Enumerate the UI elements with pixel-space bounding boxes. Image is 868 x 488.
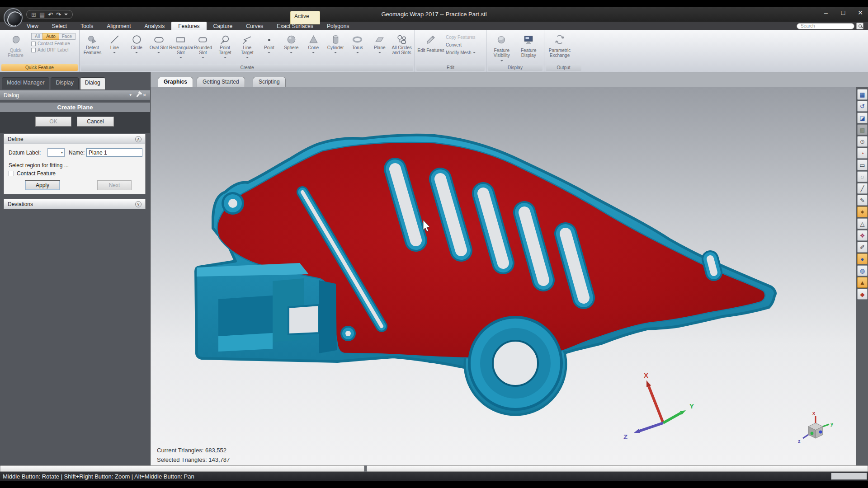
resize-grip[interactable] [831, 473, 867, 480]
toolbar-button-select-line[interactable]: ╱ [857, 183, 868, 194]
toolbar-button-select-backfaces[interactable]: ● [857, 253, 868, 264]
ribbon-button-detect-features[interactable]: Detect Features [81, 31, 104, 64]
search-icon [859, 24, 862, 28]
ribbon-tab-curves[interactable]: Curves [239, 22, 270, 30]
ribbon-button-line-target[interactable]: Line Target [236, 31, 258, 64]
ribbon-button-line[interactable]: Line [104, 31, 126, 64]
ribbon-button-copy-features[interactable]: Copy Features [446, 35, 476, 40]
panel-tab-dialog[interactable]: Dialog [80, 77, 105, 89]
viewport-3d[interactable]: X Y Z [151, 87, 868, 465]
toolbar-button-select-visible-only[interactable]: ◍ [857, 265, 868, 276]
ribbon-tab-features[interactable]: Features [171, 22, 206, 30]
mode-auto[interactable]: Auto [42, 33, 59, 40]
toolbar-button-view-color-wheel[interactable]: ◔ [857, 148, 868, 159]
ribbon-tab-view[interactable]: View [20, 22, 45, 30]
deviations-section: Deviations ∨ [4, 199, 146, 209]
ribbon-tab-select[interactable]: Select [45, 22, 74, 30]
mode-face[interactable]: Face [59, 33, 75, 39]
dropdown-caret-icon [246, 57, 249, 60]
scrollbar-left[interactable] [0, 465, 364, 472]
contact-feature-checkbox[interactable]: Contact Feature [31, 41, 75, 46]
maximize-icon[interactable]: □ [838, 9, 848, 16]
output-button-list: Parametric Exchange [544, 30, 583, 64]
apply-button[interactable]: Apply [25, 180, 60, 190]
ribbon-button-oval-slot[interactable]: Oval Slot [148, 31, 170, 64]
panel-tab-display[interactable]: Display [51, 77, 78, 89]
tab-graphics[interactable]: Graphics [158, 77, 193, 87]
toolbar-button-view-texture[interactable]: ▩ [857, 124, 868, 135]
svg-text:y: y [830, 421, 834, 427]
ribbon-button-point[interactable]: Point [258, 31, 280, 64]
ribbon-button-feature-visibility[interactable]: Feature Visibility [488, 31, 515, 64]
point-target-icon [219, 33, 231, 46]
ribbon-button-parametric-exchange[interactable]: Parametric Exchange [546, 31, 573, 64]
ribbon-button-feature-display[interactable]: Feature Display [515, 31, 542, 64]
collapse-icon[interactable]: ∧ [135, 136, 142, 142]
panel-close-icon[interactable]: ✕ [143, 93, 146, 98]
close-icon[interactable]: ✕ [855, 9, 865, 16]
toolbar-button-select-paintbrush[interactable]: ✎ [857, 195, 868, 206]
ribbon-button-convert[interactable]: Convert [446, 42, 476, 47]
toolbar-button-select-rectangle[interactable]: ▭ [857, 160, 868, 170]
name-input[interactable] [86, 148, 142, 157]
search-button[interactable] [856, 23, 863, 29]
ribbon-button-point-target[interactable]: Point Target [214, 31, 236, 64]
tab-getting-started[interactable]: Getting Started [197, 77, 245, 87]
toolbar-button-zoom-window[interactable]: ⊙ [857, 136, 868, 147]
toolbar-button-view-rotate[interactable]: ↺ [857, 101, 868, 112]
ribbon-button-modify-mesh[interactable]: Modify Mesh [446, 50, 476, 55]
toolbar-button-select-ellipse[interactable]: ◌ [857, 171, 868, 182]
mode-all[interactable]: All [32, 33, 43, 39]
tab-scripting[interactable]: Scripting [253, 77, 286, 87]
ribbon-button-all-circles-and-slots[interactable]: All Circles and Slots [391, 31, 413, 64]
selected-triangles: Selected Triangles: 143,787 [157, 455, 230, 465]
mesh-part[interactable] [196, 135, 775, 415]
ribbon-button-cone[interactable]: Cone [302, 31, 325, 64]
scrollbar-right[interactable] [367, 465, 868, 472]
ribbon-tab-polygons[interactable]: Polygons [320, 22, 356, 30]
panel-tab-model-manager[interactable]: Model Manager [2, 77, 49, 89]
ribbon-tab-analysis[interactable]: Analysis [138, 22, 172, 30]
ribbon-button-rectangular-slot[interactable]: Rectangular Slot [170, 31, 192, 64]
toolbar-button-select-pen[interactable]: ✐ [857, 242, 868, 253]
ribbon-button-plane[interactable]: Plane [368, 31, 391, 64]
toolbar-button-select-lasso[interactable]: ✶ [857, 206, 868, 217]
next-button[interactable]: Next [97, 180, 132, 190]
search-area [797, 23, 863, 29]
toolbar-button-select-through[interactable]: ▲ [857, 277, 868, 288]
cancel-button[interactable]: Cancel [77, 117, 114, 127]
add-drf-label-checkbox[interactable]: Add DRF Label [31, 47, 75, 52]
svg-text:x: x [812, 410, 816, 416]
toolbar-button-display-color-map[interactable]: ◆ [857, 289, 868, 300]
ribbon-tab-tools[interactable]: Tools [74, 22, 100, 30]
panel-dropdown-icon[interactable]: ▼ [129, 93, 132, 97]
ribbon-button-sphere[interactable]: Sphere [280, 31, 302, 64]
define-section-header[interactable]: Define ∧ [4, 134, 145, 144]
ribbon-button-torus[interactable]: Torus [346, 31, 368, 64]
view-cube[interactable]: x y z [798, 410, 834, 444]
oval-slot-icon [153, 33, 165, 46]
define-title: Define [8, 136, 24, 142]
plane-icon [374, 33, 385, 46]
ribbon-button-cylinder[interactable]: Cylinder [325, 31, 347, 64]
toolbar-button-select-polygon[interactable]: △ [857, 218, 868, 229]
ribbon-button-circle[interactable]: Circle [126, 31, 148, 64]
search-input[interactable] [797, 23, 854, 29]
expand-icon[interactable]: ∨ [135, 201, 142, 207]
ribbon-button-rounded-slot[interactable]: Rounded Slot [192, 31, 214, 64]
contact-feature-option[interactable]: Contact Feature [9, 170, 56, 177]
minimize-icon[interactable]: – [821, 9, 831, 16]
ok-button[interactable]: OK [35, 117, 71, 127]
app-logo-icon[interactable] [4, 8, 23, 27]
toolbar-button-select-components[interactable]: ❖ [857, 230, 868, 241]
dropdown-caret-icon [378, 52, 381, 55]
edit-features-button[interactable]: Edit Features [417, 31, 445, 64]
toolbar-button-view-display-mode[interactable]: ▦ [857, 89, 868, 100]
datum-combo[interactable]: ▾ [47, 148, 65, 157]
deviations-header[interactable]: Deviations ∨ [4, 199, 145, 209]
ribbon-tab-capture[interactable]: Capture [207, 22, 240, 30]
pin-icon[interactable] [136, 93, 140, 97]
ribbon-tab-alignment[interactable]: Alignment [100, 22, 137, 30]
toolbar-button-view-shaded[interactable]: ◪ [857, 113, 868, 123]
quick-feature-button[interactable]: Quick Feature [2, 31, 29, 64]
